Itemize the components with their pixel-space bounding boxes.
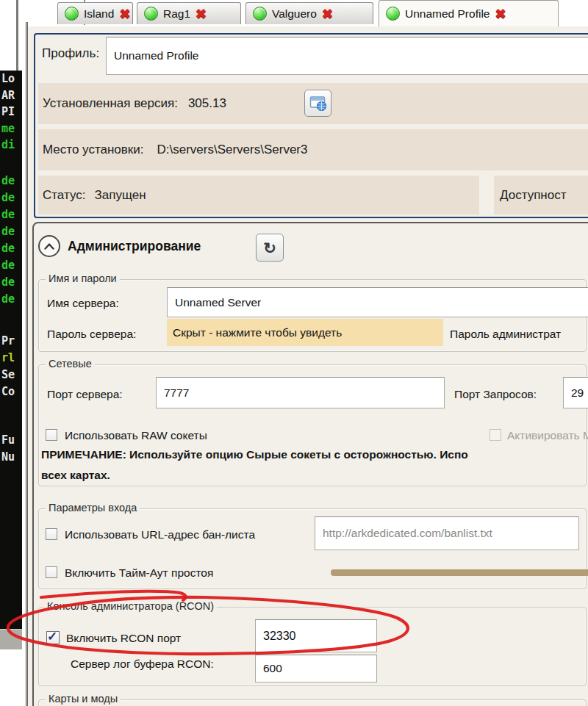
tab-island[interactable]: Island ✖ xyxy=(57,2,133,24)
admin-password-label: Пароль администрат xyxy=(450,328,561,341)
console-text-line: de xyxy=(1,292,15,306)
multihome-label: Активировать Мн xyxy=(507,429,588,442)
close-tab-icon[interactable]: ✖ xyxy=(119,7,130,21)
banlist-url-checkbox[interactable] xyxy=(46,528,57,540)
tab-label: Unnamed Profile xyxy=(405,7,490,21)
console-text-line: Lo xyxy=(1,72,15,85)
administration-section-title: Администрирование xyxy=(68,239,201,254)
idle-timeout-label: Включить Тайм-Аут простоя xyxy=(65,566,213,580)
installed-version-value: 305.13 xyxy=(188,96,226,111)
query-port-input[interactable]: 29 xyxy=(563,377,588,408)
server-password-hidden-field[interactable]: Скрыт - нажмите чтобы увидеть xyxy=(167,319,443,346)
install-location-label: Место установки: xyxy=(43,143,143,157)
query-port-label: Порт Запросов: xyxy=(454,388,537,401)
multihome-checkbox xyxy=(490,429,501,441)
server-name-input[interactable]: Unnamed Server xyxy=(167,287,588,317)
profile-label: Профиль: xyxy=(42,46,99,61)
close-tab-icon[interactable]: ✖ xyxy=(495,7,506,21)
collapse-section-button[interactable] xyxy=(38,235,60,257)
status-row: Статус: Запущен xyxy=(38,176,479,215)
console-text-line: Pr xyxy=(1,334,15,347)
banlist-url-label: Использовать URL-адрес бан-листа xyxy=(65,528,255,541)
tab-rag1[interactable]: Rag1 ✖ xyxy=(137,2,241,24)
console-text-line: de xyxy=(1,259,15,272)
status-label: Статус: xyxy=(43,188,85,203)
chevron-up-icon xyxy=(44,243,54,250)
rcon-log-buffer-input[interactable]: 600 xyxy=(255,655,377,682)
server-status-orb-icon xyxy=(65,7,79,21)
refresh-button[interactable]: ↻ xyxy=(256,234,284,262)
console-text-line: de xyxy=(1,191,15,204)
refresh-arrows-icon: ↻ xyxy=(263,240,276,256)
raw-sockets-note-line2: всех картах. xyxy=(41,469,110,482)
console-text-line: de xyxy=(1,225,15,238)
raw-sockets-checkbox[interactable] xyxy=(46,429,57,441)
console-text-line: PI xyxy=(1,105,15,118)
availability-row: Доступност xyxy=(494,176,588,215)
console-text-line: di xyxy=(1,138,15,151)
console-text-line: de xyxy=(1,174,15,187)
console-text-line: AR xyxy=(1,89,15,102)
profile-name-input[interactable]: Unnamed Profile xyxy=(106,37,588,75)
server-port-input[interactable]: 7777 xyxy=(156,377,445,408)
close-tab-icon[interactable]: ✖ xyxy=(196,7,207,21)
tab-label: Island xyxy=(84,7,114,21)
server-port-label: Порт сервера: xyxy=(47,388,123,401)
group-login-params-title: Параметры входа xyxy=(46,502,140,514)
console-text-line: de xyxy=(1,275,15,289)
check-update-button[interactable] xyxy=(304,90,331,117)
tab-label: Rag1 xyxy=(163,7,190,21)
raw-sockets-label: Использовать RAW сокеты xyxy=(65,429,207,442)
enable-rcon-label: Включить RCON порт xyxy=(66,632,181,645)
app-root: Lo AR PI me di de de de de de de de de P… xyxy=(0,0,588,706)
group-maps-mods-title: Карты и моды xyxy=(46,693,121,705)
rcon-port-input[interactable]: 32330 xyxy=(255,619,377,652)
group-network-title: Сетевые xyxy=(46,358,95,370)
group-names-passwords-title: Имя и пароли xyxy=(46,273,120,284)
console-text-line: me xyxy=(1,122,15,135)
idle-timeout-checkbox[interactable] xyxy=(46,566,57,578)
console-text-line: rl xyxy=(1,351,15,364)
rcon-log-buffer-label: Сервер лог буфера RCON: xyxy=(71,658,214,671)
install-location-value: D:\servers\Servers\Server3 xyxy=(157,143,307,157)
availability-label: Доступност xyxy=(500,188,566,203)
raw-sockets-note-line1: ПРИМЕЧАНИЕ: Используйте опцию Сырые соке… xyxy=(41,448,468,461)
profile-tab-strip: Island ✖ Rag1 ✖ Valguero ✖ Unnamed Profi… xyxy=(28,0,588,26)
console-text-line: de xyxy=(1,208,15,221)
console-output-area xyxy=(0,71,22,629)
console-window-bottom-edge xyxy=(0,629,22,649)
console-text-line: Se xyxy=(1,368,15,381)
console-text-line: Nu xyxy=(1,450,15,464)
banlist-url-input[interactable]: http://arkdedicated.com/banlist.txt xyxy=(315,516,579,550)
status-value: Запущен xyxy=(94,188,146,203)
close-tab-icon[interactable]: ✖ xyxy=(322,7,333,21)
server-password-label: Пароль сервера: xyxy=(47,328,136,341)
tab-label: Valguero xyxy=(272,7,317,21)
enable-rcon-checkbox[interactable] xyxy=(46,631,60,644)
installed-version-label: Установленная версия: xyxy=(43,96,178,111)
tab-unnamed-profile[interactable]: Unnamed Profile ✖ xyxy=(379,0,559,26)
check-update-icon xyxy=(309,96,327,112)
console-window-border xyxy=(16,0,18,71)
install-location-row: Место установки: D:\servers\Servers\Serv… xyxy=(38,129,588,170)
server-name-label: Имя сервера: xyxy=(47,297,119,310)
server-status-orb-icon xyxy=(144,7,158,21)
server-status-orb-icon xyxy=(386,7,400,21)
group-rcon-title: Консоль администратора (RCON) xyxy=(44,600,217,612)
console-text-line: de xyxy=(1,242,15,255)
console-text-line: Fu xyxy=(1,433,15,447)
server-status-orb-icon xyxy=(253,7,267,21)
console-text-line: Co xyxy=(1,385,15,398)
tab-valguero[interactable]: Valguero ✖ xyxy=(245,2,373,24)
idle-timeout-slider[interactable] xyxy=(331,569,588,576)
